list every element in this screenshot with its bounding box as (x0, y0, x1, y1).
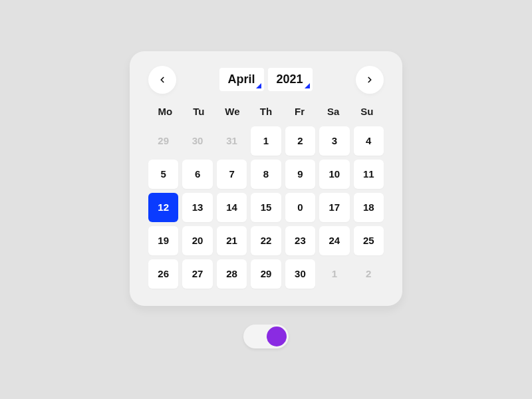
day-cell[interactable]: 2 (354, 259, 384, 289)
weekday-label: Fr (283, 106, 317, 117)
day-cell[interactable]: 3 (319, 126, 349, 156)
calendar-header: April 2021 (148, 66, 384, 94)
day-cell[interactable]: 6 (182, 160, 212, 189)
weekday-label: We (215, 106, 249, 117)
day-cell[interactable]: 19 (148, 226, 178, 255)
day-cell[interactable]: 30 (182, 126, 212, 156)
day-cell[interactable]: 14 (217, 193, 247, 222)
day-cell[interactable]: 26 (148, 259, 178, 289)
day-cell[interactable]: 2 (285, 126, 315, 156)
month-select[interactable]: April (219, 68, 264, 91)
day-cell[interactable]: 29 (251, 259, 281, 289)
day-cell[interactable]: 10 (319, 160, 349, 189)
weekday-header: Mo Tu We Th Fr Sa Su (148, 106, 384, 117)
calendar-card: April 2021 Mo Tu We Th Fr Sa Su 29303112… (130, 51, 402, 306)
day-cell[interactable]: 24 (319, 226, 349, 255)
day-cell[interactable]: 17 (319, 193, 349, 222)
day-cell[interactable]: 23 (285, 226, 315, 255)
weekday-label: Mo (148, 106, 182, 117)
dropdown-corner-icon (256, 83, 261, 88)
month-year-group: April 2021 (219, 68, 312, 91)
day-cell[interactable]: 4 (354, 126, 384, 156)
dropdown-corner-icon (305, 83, 310, 88)
next-month-button[interactable] (356, 66, 384, 94)
day-cell[interactable]: 22 (251, 226, 281, 255)
day-cell[interactable]: 15 (251, 193, 281, 222)
day-cell[interactable]: 1 (251, 126, 281, 156)
weekday-label: Tu (182, 106, 216, 117)
day-cell[interactable]: 12 (148, 193, 178, 222)
day-cell[interactable]: 31 (217, 126, 247, 156)
day-cell[interactable]: 0 (285, 193, 315, 222)
day-cell[interactable]: 9 (285, 160, 315, 189)
day-cell[interactable]: 13 (182, 193, 212, 222)
theme-toggle[interactable] (243, 325, 289, 348)
day-cell[interactable]: 1 (319, 259, 349, 289)
day-cell[interactable]: 25 (354, 226, 384, 255)
weekday-label: Su (350, 106, 384, 117)
chevron-left-icon (158, 75, 167, 84)
day-cell[interactable]: 30 (285, 259, 315, 289)
weekday-label: Th (249, 106, 283, 117)
day-grid: 2930311234567891011121314150171819202122… (148, 126, 384, 289)
year-select[interactable]: 2021 (268, 68, 312, 91)
day-cell[interactable]: 8 (251, 160, 281, 189)
toggle-knob (267, 327, 287, 346)
day-cell[interactable]: 27 (182, 259, 212, 289)
day-cell[interactable]: 18 (354, 193, 384, 222)
day-cell[interactable]: 5 (148, 160, 178, 189)
day-cell[interactable]: 20 (182, 226, 212, 255)
chevron-right-icon (365, 75, 374, 84)
day-cell[interactable]: 28 (217, 259, 247, 289)
year-label: 2021 (276, 72, 303, 86)
day-cell[interactable]: 7 (217, 160, 247, 189)
day-cell[interactable]: 29 (148, 126, 178, 156)
prev-month-button[interactable] (148, 66, 176, 94)
day-cell[interactable]: 11 (354, 160, 384, 189)
month-label: April (227, 72, 255, 86)
weekday-label: Sa (317, 106, 350, 117)
day-cell[interactable]: 21 (217, 226, 247, 255)
